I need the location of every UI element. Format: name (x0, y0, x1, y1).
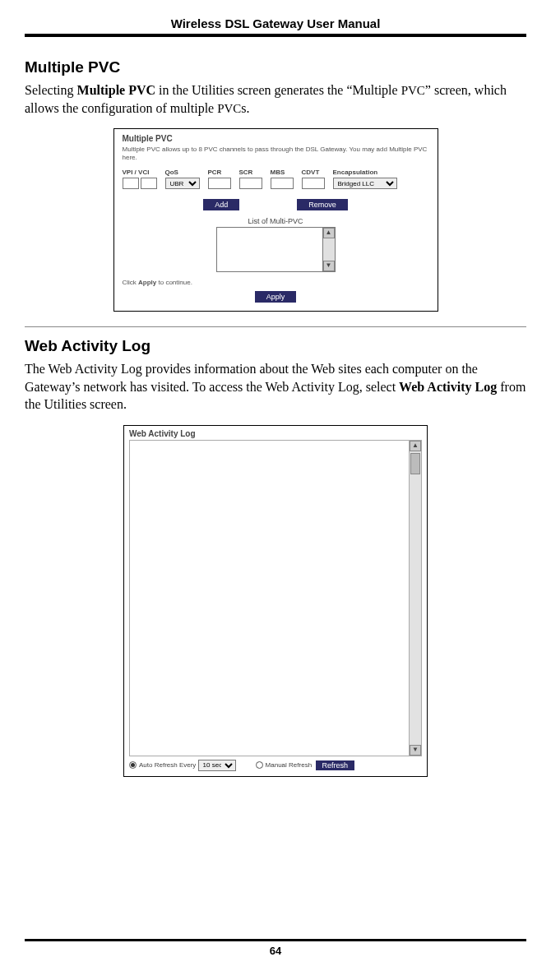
log-scrollbar[interactable]: ▲ ▼ (409, 441, 421, 756)
label-mbs: MBS (271, 169, 294, 176)
section-heading-web-activity-log: Web Activity Log (25, 337, 526, 355)
listbox-scrollbar[interactable]: ▲ ▼ (322, 228, 335, 271)
manual-refresh-label: Manual Refresh (266, 761, 312, 769)
remove-button[interactable]: Remove (297, 199, 348, 210)
mbs-input[interactable] (271, 178, 294, 189)
label-qos: QoS (165, 169, 200, 176)
pvc-desc: Multiple PVC allows up to 8 PVC channels… (123, 146, 429, 162)
label-cdvt: CDVT (302, 169, 325, 176)
screenshot-multiple-pvc: Multiple PVC Multiple PVC allows up to 8… (113, 128, 438, 312)
text: s. (241, 101, 249, 115)
label-vpi-vci: VPI / VCI (123, 169, 157, 176)
text-smallcaps: PVC (217, 102, 241, 115)
pvc-field-row: VPI / VCI QoS UBR PCR SCR (123, 169, 429, 189)
pvc-button-row: Add Remove (123, 199, 429, 210)
page-footer: 64 (25, 939, 526, 957)
auto-refresh-label: Auto Refresh Every (139, 761, 196, 769)
text: Click (123, 279, 139, 286)
section-divider (25, 326, 526, 327)
log-footer: Auto Refresh Every 10 sec Manual Refresh… (129, 760, 422, 771)
scroll-down-icon[interactable]: ▼ (410, 745, 421, 756)
scroll-down-icon[interactable]: ▼ (323, 261, 335, 271)
scr-input[interactable] (239, 178, 262, 189)
cdvt-input[interactable] (302, 178, 325, 189)
list-label: List of Multi-PVC (123, 217, 429, 225)
manual-refresh-option[interactable]: Manual Refresh Refresh (256, 760, 354, 770)
vpi-input[interactable] (123, 178, 139, 189)
scroll-up-icon[interactable]: ▲ (323, 228, 335, 238)
radio-checked-icon[interactable] (129, 761, 137, 769)
qos-select[interactable]: UBR (165, 178, 200, 189)
text: to continue. (156, 279, 192, 286)
doc-header: Wireless DSL Gateway User Manual (25, 16, 526, 34)
text-bold: Web Activity Log (399, 380, 497, 394)
scroll-track[interactable] (410, 476, 421, 745)
add-button[interactable]: Add (203, 199, 239, 210)
text-bold: Apply (138, 279, 156, 286)
header-rule (25, 34, 526, 37)
paragraph-web-activity-log: The Web Activity Log provides informatio… (25, 360, 526, 414)
label-encap: Encapsulation (333, 169, 397, 176)
encap-select[interactable]: Bridged LLC (333, 178, 397, 189)
label-pcr: PCR (208, 169, 231, 176)
text: in the Utilities screen generates the “M… (155, 83, 401, 97)
refresh-button[interactable]: Refresh (316, 760, 355, 770)
log-title: Web Activity Log (129, 429, 422, 438)
auto-refresh-option[interactable]: Auto Refresh Every 10 sec (129, 760, 236, 771)
text-smallcaps: PVC (401, 84, 425, 97)
text-bold: Multiple PVC (77, 83, 156, 97)
scroll-thumb[interactable] (410, 453, 420, 474)
radio-unchecked-icon[interactable] (256, 761, 263, 769)
text: Selecting (25, 83, 77, 97)
vci-input[interactable] (141, 178, 157, 189)
label-scr: SCR (239, 169, 262, 176)
auto-refresh-select[interactable]: 10 sec (198, 760, 236, 771)
section-heading-multiple-pvc: Multiple PVC (25, 58, 526, 76)
pvc-title: Multiple PVC (123, 134, 429, 143)
scroll-up-icon[interactable]: ▲ (410, 441, 421, 451)
footer-rule (25, 939, 526, 941)
paragraph-multiple-pvc: Selecting Multiple PVC in the Utilities … (25, 81, 526, 117)
apply-button[interactable]: Apply (255, 291, 297, 303)
log-textarea[interactable]: ▲ ▼ (129, 440, 422, 756)
multi-pvc-listbox[interactable]: ▲ ▼ (216, 227, 336, 272)
pcr-input[interactable] (208, 178, 231, 189)
apply-hint: Click Apply to continue. (123, 279, 192, 286)
page-number: 64 (25, 945, 526, 957)
screenshot-web-activity-log: Web Activity Log ▲ ▼ Auto Refresh Every … (123, 425, 428, 777)
